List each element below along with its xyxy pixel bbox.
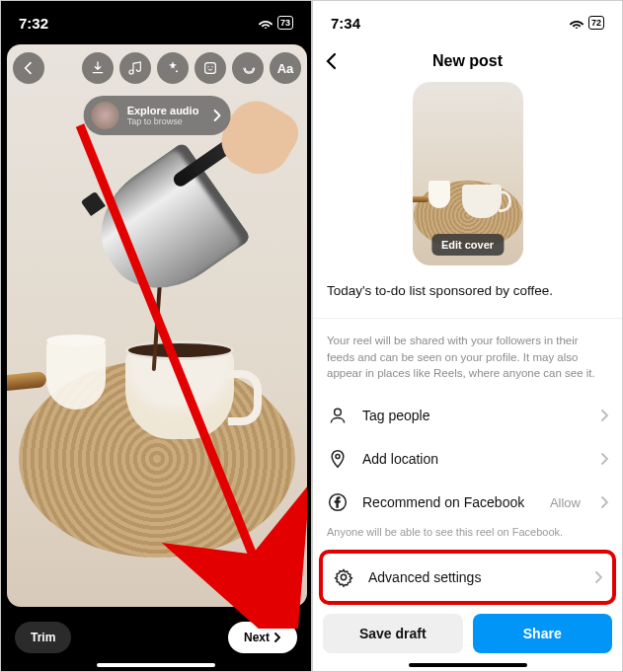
download-icon[interactable] — [82, 52, 114, 84]
status-time: 7:34 — [331, 15, 360, 32]
chevron-right-icon — [600, 410, 608, 421]
tag-people-label: Tag people — [362, 408, 586, 423]
statusbar-right: 7:34 72 — [313, 1, 622, 44]
photo-milk-glass — [46, 340, 106, 410]
home-indicator[interactable] — [97, 663, 215, 667]
status-right: 72 — [569, 16, 604, 30]
battery-icon: 73 — [277, 16, 293, 30]
recommend-facebook-row[interactable]: Recommend on Facebook Allow — [313, 481, 622, 524]
next-button[interactable]: Next — [228, 622, 297, 653]
text-icon[interactable]: Aa — [270, 52, 301, 84]
action-bar: Save draft Share — [313, 614, 622, 653]
explore-audio-text: Explore audio Tap to browse — [127, 105, 199, 126]
status-right: 73 — [258, 16, 293, 30]
svg-point-5 — [335, 409, 342, 415]
editor-bottombar: Trim Next — [1, 622, 311, 653]
new-post-screen: 7:34 72 New post Edit cover Today's to-d… — [312, 0, 623, 672]
location-icon — [327, 449, 349, 469]
back-button[interactable] — [325, 52, 349, 70]
add-location-row[interactable]: Add location — [313, 437, 622, 481]
chevron-right-icon — [273, 633, 281, 642]
next-button-label: Next — [244, 631, 270, 644]
chevron-right-icon — [600, 496, 608, 508]
explore-audio-thumb — [92, 102, 119, 129]
wifi-icon — [258, 18, 273, 29]
svg-point-2 — [207, 66, 208, 67]
save-draft-button[interactable]: Save draft — [323, 614, 463, 653]
explore-audio-pill[interactable]: Explore audio Tap to browse — [84, 96, 231, 135]
explore-audio-subtitle: Tap to browse — [127, 116, 199, 126]
share-helper-text: Your reel will be shared with your follo… — [313, 319, 622, 394]
chevron-right-icon — [600, 453, 608, 465]
page-title: New post — [349, 52, 586, 70]
facebook-icon — [327, 492, 349, 512]
wifi-icon — [569, 18, 584, 29]
svg-rect-1 — [205, 63, 216, 74]
home-indicator[interactable] — [409, 663, 527, 667]
reel-editor-screen: 7:32 73 Aa Explore audio Tap to browse — [0, 0, 312, 672]
tag-people-row[interactable]: Tag people — [313, 394, 622, 437]
effects-icon[interactable] — [157, 52, 189, 84]
recommend-facebook-label: Recommend on Facebook — [362, 494, 536, 510]
advanced-settings-row[interactable]: Advanced settings — [323, 554, 612, 601]
annotation-highlight: Advanced settings — [319, 550, 616, 605]
edit-cover-button[interactable]: Edit cover — [431, 234, 504, 256]
cover-preview[interactable]: Edit cover — [413, 82, 523, 265]
statusbar-left: 7:32 73 — [1, 1, 311, 44]
back-icon[interactable] — [13, 52, 44, 84]
photo-kettle — [78, 142, 251, 313]
svg-point-0 — [176, 70, 178, 72]
svg-point-3 — [211, 66, 212, 67]
photo-utensil — [7, 371, 47, 393]
person-icon — [327, 406, 349, 425]
advanced-settings-label: Advanced settings — [368, 569, 581, 585]
music-icon[interactable] — [119, 52, 151, 84]
caption-field[interactable]: Today's to-do list sponsored by coffee. — [313, 265, 622, 318]
battery-icon: 72 — [588, 16, 604, 30]
sticker-icon[interactable] — [195, 52, 226, 84]
recommend-facebook-value: Allow — [550, 495, 581, 510]
chevron-left-icon — [325, 52, 337, 70]
photo-mug — [125, 350, 234, 439]
chevron-right-icon — [212, 110, 220, 121]
voiceover-icon[interactable] — [232, 52, 264, 84]
status-time: 7:32 — [19, 15, 48, 32]
chevron-right-icon — [594, 571, 602, 583]
svg-point-8 — [341, 574, 346, 579]
gear-icon — [333, 567, 354, 587]
explore-audio-title: Explore audio — [127, 105, 199, 116]
editor-toolbar: Aa — [13, 52, 301, 84]
editor-canvas[interactable]: Aa Explore audio Tap to browse — [7, 44, 307, 607]
photo-mug-rim — [125, 340, 234, 360]
add-location-label: Add location — [362, 451, 586, 467]
svg-point-6 — [336, 454, 340, 458]
newpost-header: New post — [313, 44, 622, 78]
share-button[interactable]: Share — [473, 614, 613, 653]
trim-button[interactable]: Trim — [15, 622, 71, 653]
recommend-facebook-helper: Anyone will be able to see this reel on … — [313, 524, 622, 548]
